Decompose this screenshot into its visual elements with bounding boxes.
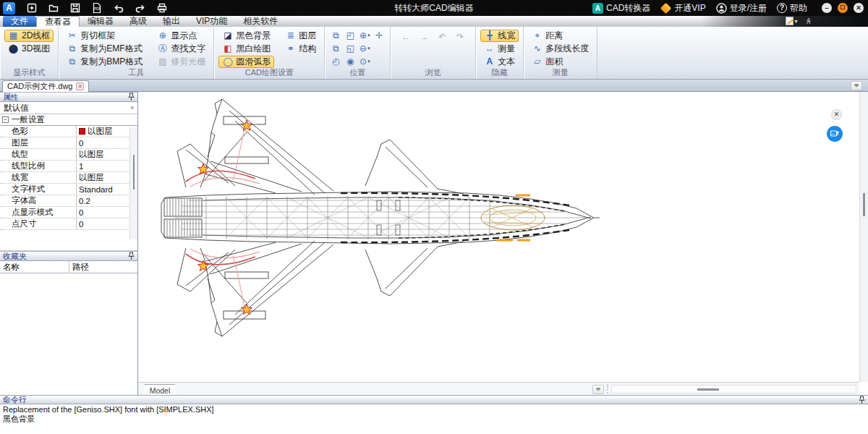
minimize-button[interactable]: – — [822, 3, 832, 13]
export-pdf-button[interactable]: PDF — [90, 2, 103, 14]
group-label: CAD绘图设置 — [214, 67, 324, 78]
distance-button[interactable]: ⌖距离 — [528, 30, 592, 42]
copy-bmp-button[interactable]: ⧉复制为BMP格式 — [63, 56, 146, 68]
line-width-button[interactable]: ╋线宽 — [480, 30, 519, 42]
preset-combobox[interactable]: 默认值 ▾ — [0, 102, 137, 114]
show-points-button[interactable]: ⊕显示点 — [153, 30, 209, 42]
customize-toolbar-button[interactable]: ▾ — [786, 17, 798, 25]
model-space-tab[interactable]: Model — [142, 384, 178, 396]
polyline-length-button[interactable]: ∿多段线长度 — [528, 43, 592, 55]
fit-view-button[interactable]: ◱ — [344, 43, 357, 54]
undo-button[interactable] — [112, 2, 125, 14]
horizontal-scrollbar[interactable] — [611, 385, 856, 393]
text-toggle-button[interactable]: A文本 — [480, 56, 519, 68]
collapse-ribbon-icon[interactable]: ≪ — [804, 17, 812, 24]
open-file-button[interactable] — [47, 2, 60, 14]
close-document-icon[interactable]: ✕ — [76, 82, 84, 90]
property-group-row[interactable]: −一般设置 — [0, 114, 137, 126]
scrollbar-thumb[interactable] — [133, 155, 135, 190]
tab-file[interactable]: 文件 — [3, 16, 36, 27]
copy-view-button[interactable]: ⧉ — [329, 30, 342, 41]
favorites-title: 收藏夹 — [3, 251, 27, 262]
column-path[interactable]: 路径 — [69, 262, 137, 273]
login-link[interactable]: 登录/注册 — [716, 2, 767, 14]
zoom-selection-icon: ⊙ — [359, 56, 367, 67]
caret-down-icon: ▾ — [367, 33, 370, 38]
property-group-label: 一般设置 — [12, 114, 45, 125]
tab-viewer[interactable]: 查看器 — [36, 16, 80, 27]
property-grid: −一般设置 色彩以图层 图层0 线型以图层 线型比例1 线宽以图层 文字样式St… — [0, 114, 137, 230]
copy-emf-button[interactable]: ⧉复制为EMF格式 — [63, 43, 146, 55]
pin-icon[interactable] — [128, 252, 135, 260]
zoom-selection-button[interactable]: ⊙▾ — [358, 56, 371, 67]
window-controls: – ✕ — [822, 3, 864, 13]
favorites-header: 收藏夹 — [0, 251, 137, 261]
measure-icon: ↔ — [484, 43, 495, 54]
layers-icon: ≣ — [285, 30, 296, 41]
tab-list-chevron-icon[interactable]: ❤ — [851, 81, 862, 90]
save-button[interactable] — [69, 2, 82, 14]
bw-drawing-icon: ◧ — [222, 43, 233, 54]
bw-drawing-button[interactable]: ◧黑白绘图 — [218, 43, 274, 55]
print-button[interactable] — [156, 2, 169, 14]
redo-button[interactable] — [134, 2, 147, 14]
tab-output[interactable]: 输出 — [155, 16, 188, 27]
canvas-popup-close-icon[interactable]: ✕ — [831, 109, 842, 120]
new-file-button[interactable] — [25, 2, 38, 14]
structure-button[interactable]: ⚭结构 — [281, 43, 320, 55]
user-icon — [716, 3, 727, 14]
zoom-extents-button[interactable]: ◉ — [344, 56, 357, 67]
group-label: 显示样式 — [0, 67, 58, 78]
vertical-scrollbar[interactable] — [859, 92, 868, 382]
pin-icon[interactable] — [859, 396, 865, 404]
cad-editor-window: A PDF 转转大师CAD编辑器 ACAD转换器 开通VIP 登录/注册 ?帮助… — [0, 0, 868, 434]
2d-wireframe-button[interactable]: ▦2D线框 — [4, 30, 54, 42]
menu-tab-row: 文件 查看器 编辑器 高级 输出 VIP功能 相关软件 ▾ ≪ — [0, 16, 868, 27]
zoom-out-icon: ⊖ — [359, 43, 367, 54]
zoom-window-button[interactable]: ◰ — [344, 30, 357, 41]
black-background-button[interactable]: ◪黑色背景 — [218, 30, 274, 42]
image-convert-floating-button[interactable] — [827, 126, 843, 142]
canvas-bottom-strip: Model ❤ — [138, 382, 859, 395]
forward-button: → — [417, 31, 430, 43]
cad-converter-link[interactable]: ACAD转换器 — [592, 2, 650, 14]
pin-icon[interactable] — [128, 93, 135, 101]
document-tab[interactable]: CAD示例文件.dwg ✕ — [2, 80, 89, 92]
layers-button[interactable]: ≣图层 — [281, 30, 320, 42]
scrollbar-thumb[interactable] — [863, 193, 865, 216]
caret-down-icon: ▾ — [367, 59, 370, 64]
converter-icon: A — [592, 3, 603, 14]
properties-scrollbar[interactable] — [129, 127, 137, 239]
tab-editor[interactable]: 编辑器 — [80, 16, 122, 27]
tab-vip-features[interactable]: VIP功能 — [188, 16, 235, 27]
group-label: 测量 — [524, 67, 597, 78]
drawing-canvas[interactable]: ✕ Model ❤ — [138, 92, 868, 395]
column-name[interactable]: 名称 — [0, 261, 69, 273]
close-button[interactable]: ✕ — [854, 3, 864, 13]
restore-button[interactable] — [838, 3, 848, 13]
zoom-out-button[interactable]: ⊖▾ — [358, 43, 371, 54]
vip-link[interactable]: 开通VIP — [660, 2, 705, 14]
rotate-view-button[interactable]: ◴ — [329, 56, 342, 67]
structure-icon: ⚭ — [285, 43, 296, 54]
measure-toggle-button[interactable]: ↔测量 — [480, 43, 519, 55]
find-text-button[interactable]: Ⓐ查找文字 — [153, 43, 209, 55]
collapse-group-icon[interactable]: − — [2, 116, 9, 123]
tab-related-software[interactable]: 相关软件 — [235, 16, 286, 27]
tab-advanced[interactable]: 高级 — [122, 16, 155, 27]
command-line-output[interactable]: Replacement of the [Geniso.SHX] font wit… — [0, 404, 868, 425]
area-button[interactable]: ▱面积 — [528, 56, 592, 68]
scrollbar-thumb[interactable] — [697, 388, 719, 391]
color-swatch — [79, 128, 85, 135]
clip-frame-button[interactable]: ✂剪切框架 — [63, 30, 146, 42]
property-row-point-size: 点尺寸0 — [0, 218, 137, 230]
paste-view-button[interactable]: ⧉ — [329, 43, 342, 54]
smooth-arc-button[interactable]: ◯圆滑弧形 — [218, 56, 274, 68]
help-link[interactable]: ?帮助 — [777, 2, 807, 14]
expand-panel-chevron-icon[interactable]: ❤ — [592, 385, 604, 394]
zoom-in-button[interactable]: ⊕▾ — [358, 30, 371, 41]
3d-view-button[interactable]: ⬤3D视图 — [4, 43, 54, 55]
trim-raster-icon: ▨ — [157, 56, 168, 67]
pan-button[interactable]: ✛ — [373, 30, 386, 41]
property-row-font-height: 字体高0.2 — [0, 195, 137, 207]
